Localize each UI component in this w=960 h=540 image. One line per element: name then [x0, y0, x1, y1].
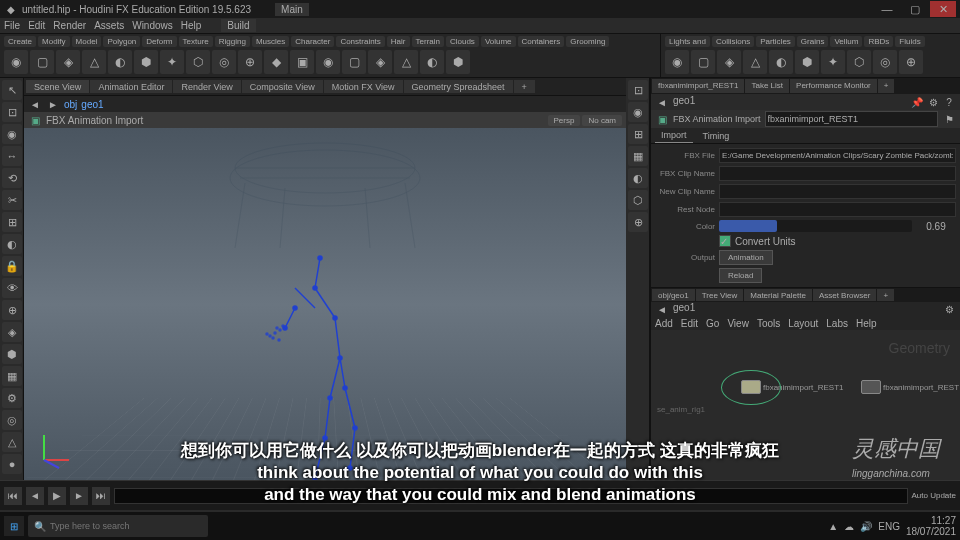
shelf-tool[interactable]: ◎	[212, 50, 236, 74]
tool-button[interactable]: ◐	[628, 168, 648, 188]
tool-button[interactable]: ⊕	[2, 300, 22, 320]
shelf-tool[interactable]: ⬢	[795, 50, 819, 74]
node-2[interactable]: fbxanimimport_REST	[861, 380, 959, 394]
param-tab[interactable]: fbxanimimport_REST1	[652, 79, 744, 93]
tray-date[interactable]: 18/07/2021	[906, 526, 956, 537]
menu-edit[interactable]: Edit	[28, 20, 45, 31]
shelf-tab[interactable]: RBDs	[864, 36, 893, 47]
ne-menu-item[interactable]: View	[727, 318, 749, 329]
shelf-tab[interactable]: Containers	[518, 36, 565, 47]
tool-button[interactable]: 👁	[2, 278, 22, 298]
ne-canvas[interactable]: se_anim_rig1 Geometry fbxanimimport_REST…	[651, 330, 960, 480]
subtab-timing[interactable]: Timing	[697, 129, 736, 143]
ne-tab[interactable]: Asset Browser	[813, 289, 877, 301]
minimize-button[interactable]: —	[874, 1, 900, 17]
tool-button[interactable]: ⟲	[2, 168, 22, 188]
ne-path-text[interactable]: geo1	[673, 302, 695, 316]
tab-main[interactable]: Main	[275, 3, 309, 16]
axis-gizmo[interactable]	[34, 430, 74, 470]
tool-button[interactable]: ⊞	[2, 212, 22, 232]
shelf-tool[interactable]: ◎	[873, 50, 897, 74]
shelf-tool[interactable]: ✦	[821, 50, 845, 74]
start-button[interactable]: ⊞	[4, 516, 24, 536]
menu-file[interactable]: File	[4, 20, 20, 31]
close-button[interactable]: ✕	[930, 1, 956, 17]
tool-button[interactable]: ⬡	[628, 190, 648, 210]
tool-button[interactable]: ⊞	[628, 124, 648, 144]
shelf-tab[interactable]: Deform	[142, 36, 176, 47]
ne-menu-item[interactable]: Layout	[788, 318, 818, 329]
param-path-text[interactable]: geo1	[673, 95, 695, 109]
ne-tab[interactable]: Tree View	[696, 289, 744, 301]
tool-button[interactable]: ▦	[628, 146, 648, 166]
shelf-tab[interactable]: Lights and	[665, 36, 710, 47]
shelf-tab[interactable]: Hair	[387, 36, 410, 47]
path-obj[interactable]: obj	[64, 99, 77, 110]
clip-name-input[interactable]	[719, 166, 956, 181]
prev-frame-button[interactable]: ◄	[26, 487, 44, 505]
tool-button[interactable]: ⊡	[2, 102, 22, 122]
tray-icon[interactable]: ☁	[844, 521, 854, 532]
help-icon[interactable]: ?	[942, 95, 956, 109]
back-icon[interactable]: ◄	[655, 302, 669, 316]
shelf-tab[interactable]: Model	[72, 36, 102, 47]
tool-button[interactable]: ↔	[2, 146, 22, 166]
tool-button[interactable]: ↖	[2, 80, 22, 100]
new-clip-input[interactable]	[719, 184, 956, 199]
ne-tab[interactable]: +	[877, 289, 894, 301]
shelf-tool[interactable]: ✦	[160, 50, 184, 74]
shelf-tool[interactable]: ◈	[56, 50, 80, 74]
ne-menu-item[interactable]: Go	[706, 318, 719, 329]
back-icon[interactable]: ◄	[28, 97, 42, 111]
shelf-tab[interactable]: Fluids	[895, 36, 924, 47]
viewport-3d[interactable]	[24, 128, 626, 480]
shelf-tab[interactable]: Polygon	[103, 36, 140, 47]
ne-menu-item[interactable]: Tools	[757, 318, 780, 329]
shelf-tab[interactable]: Muscles	[252, 36, 289, 47]
path-geo[interactable]: geo1	[81, 99, 103, 110]
tray-icon[interactable]: ▲	[828, 521, 838, 532]
menu-help[interactable]: Help	[181, 20, 202, 31]
shelf-tool[interactable]: ⊕	[238, 50, 262, 74]
rest-node-input[interactable]	[719, 202, 956, 217]
back-icon[interactable]: ◄	[655, 95, 669, 109]
node-1[interactable]: fbxanimimport_REST1	[741, 380, 843, 394]
last-frame-button[interactable]: ⏭	[92, 487, 110, 505]
tool-button[interactable]: ⊡	[628, 80, 648, 100]
convert-checkbox[interactable]: ✓	[719, 235, 731, 247]
shelf-tool[interactable]: ⊕	[899, 50, 923, 74]
shelf-tab[interactable]: Terrain	[412, 36, 444, 47]
maximize-button[interactable]: ▢	[902, 1, 928, 17]
shelf-tool[interactable]: △	[743, 50, 767, 74]
nocam-button[interactable]: No cam	[582, 115, 622, 126]
next-frame-button[interactable]: ►	[70, 487, 88, 505]
ne-tab[interactable]: obj/geo1	[652, 289, 695, 301]
shelf-tool[interactable]: ◈	[717, 50, 741, 74]
flag-icon[interactable]: ⚑	[942, 112, 956, 126]
gear-icon[interactable]: ⚙	[942, 302, 956, 316]
ne-menu-item[interactable]: Labs	[826, 318, 848, 329]
tool-button[interactable]: △	[2, 432, 22, 452]
shelf-tab[interactable]: Modify	[38, 36, 70, 47]
node-name-input[interactable]	[765, 111, 938, 127]
shelf-tool[interactable]: ▢	[691, 50, 715, 74]
shelf-tool[interactable]: ◐	[420, 50, 444, 74]
fbx-file-input[interactable]	[719, 148, 956, 163]
first-frame-button[interactable]: ⏮	[4, 487, 22, 505]
shelf-tool[interactable]: ◉	[665, 50, 689, 74]
shelf-tab[interactable]: Vellum	[830, 36, 862, 47]
search-input[interactable]	[50, 521, 202, 531]
shelf-tool[interactable]: △	[82, 50, 106, 74]
auto-update-label[interactable]: Auto Update	[912, 491, 956, 500]
shelf-tool[interactable]: ◆	[264, 50, 288, 74]
viewport-tab[interactable]: Animation Editor	[90, 80, 172, 93]
shelf-tool[interactable]: △	[394, 50, 418, 74]
subtab-import[interactable]: Import	[655, 128, 693, 143]
timeline-track[interactable]	[114, 488, 908, 504]
shelf-tab[interactable]: Texture	[179, 36, 213, 47]
shelf-tab[interactable]: Create	[4, 36, 36, 47]
param-tab[interactable]: Take List	[745, 79, 789, 93]
pin-icon[interactable]: 📌	[910, 95, 924, 109]
viewport-tab[interactable]: Geometry Spreadsheet	[404, 80, 513, 93]
tool-button[interactable]: ◉	[628, 102, 648, 122]
